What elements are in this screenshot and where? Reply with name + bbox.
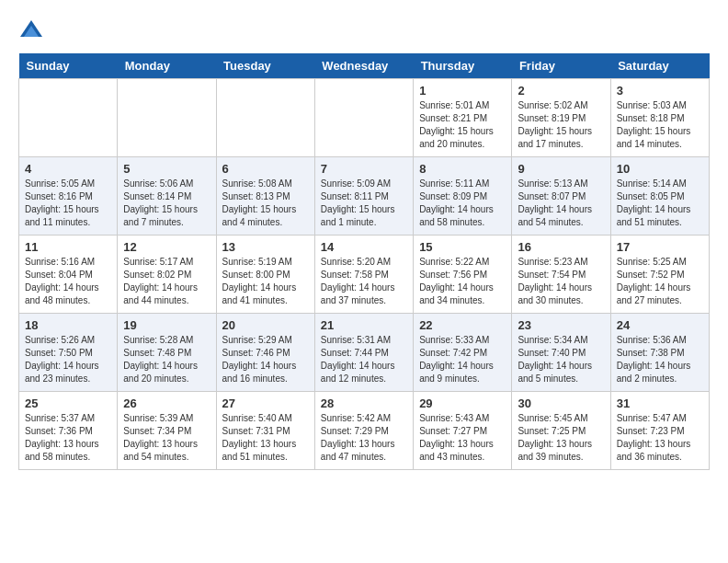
calendar-cell: 15Sunrise: 5:22 AMSunset: 7:56 PMDayligh… (414, 236, 512, 314)
day-number: 4 (25, 162, 111, 176)
day-header-row: SundayMondayTuesdayWednesdayThursdayFrid… (19, 53, 710, 79)
calendar-cell: 21Sunrise: 5:31 AMSunset: 7:44 PMDayligh… (314, 314, 413, 392)
cell-info: Sunrise: 5:14 AMSunset: 8:05 PMDaylight:… (617, 178, 703, 229)
day-number: 23 (518, 318, 604, 332)
day-number: 7 (321, 162, 407, 176)
calendar-cell (118, 79, 216, 157)
day-number: 9 (518, 162, 604, 176)
cell-info: Sunrise: 5:17 AMSunset: 8:02 PMDaylight:… (123, 256, 210, 307)
logo-icon (18, 18, 44, 44)
calendar-cell: 16Sunrise: 5:23 AMSunset: 7:54 PMDayligh… (512, 236, 610, 314)
cell-info: Sunrise: 5:28 AMSunset: 7:48 PMDaylight:… (123, 334, 210, 385)
calendar-cell: 23Sunrise: 5:34 AMSunset: 7:40 PMDayligh… (512, 314, 610, 392)
day-number: 17 (617, 240, 703, 254)
cell-info: Sunrise: 5:33 AMSunset: 7:42 PMDaylight:… (419, 334, 506, 385)
cell-info: Sunrise: 5:36 AMSunset: 7:38 PMDaylight:… (617, 334, 703, 385)
calendar-cell: 8Sunrise: 5:11 AMSunset: 8:09 PMDaylight… (414, 157, 512, 236)
cell-info: Sunrise: 5:37 AMSunset: 7:36 PMDaylight:… (25, 412, 111, 464)
day-number: 13 (222, 240, 309, 254)
cell-info: Sunrise: 5:22 AMSunset: 7:56 PMDaylight:… (419, 256, 506, 307)
day-number: 26 (123, 396, 210, 410)
calendar-cell: 22Sunrise: 5:33 AMSunset: 7:42 PMDayligh… (414, 314, 512, 392)
calendar-cell: 28Sunrise: 5:42 AMSunset: 7:29 PMDayligh… (314, 392, 413, 470)
day-number: 18 (25, 318, 111, 332)
day-number: 27 (222, 396, 309, 410)
calendar-cell: 2Sunrise: 5:02 AMSunset: 8:19 PMDaylight… (512, 79, 610, 157)
calendar-cell (314, 79, 413, 157)
calendar-cell (216, 79, 314, 157)
calendar-cell: 31Sunrise: 5:47 AMSunset: 7:23 PMDayligh… (610, 392, 709, 470)
calendar-cell: 27Sunrise: 5:40 AMSunset: 7:31 PMDayligh… (216, 392, 314, 470)
cell-info: Sunrise: 5:06 AMSunset: 8:14 PMDaylight:… (123, 178, 210, 229)
day-number: 15 (419, 240, 506, 254)
cell-info: Sunrise: 5:34 AMSunset: 7:40 PMDaylight:… (518, 334, 604, 385)
calendar-cell: 1Sunrise: 5:01 AMSunset: 8:21 PMDaylight… (414, 79, 512, 157)
cell-info: Sunrise: 5:42 AMSunset: 7:29 PMDaylight:… (321, 412, 407, 464)
calendar-cell: 12Sunrise: 5:17 AMSunset: 8:02 PMDayligh… (118, 236, 216, 314)
cell-info: Sunrise: 5:43 AMSunset: 7:27 PMDaylight:… (419, 412, 506, 464)
day-number: 1 (419, 84, 506, 98)
week-row-1: 1Sunrise: 5:01 AMSunset: 8:21 PMDaylight… (19, 79, 710, 157)
calendar-cell: 24Sunrise: 5:36 AMSunset: 7:38 PMDayligh… (610, 314, 709, 392)
cell-info: Sunrise: 5:25 AMSunset: 7:52 PMDaylight:… (617, 256, 703, 307)
cell-info: Sunrise: 5:02 AMSunset: 8:19 PMDaylight:… (518, 99, 604, 151)
cell-info: Sunrise: 5:29 AMSunset: 7:46 PMDaylight:… (222, 334, 309, 385)
day-number: 6 (222, 162, 309, 176)
day-number: 16 (518, 240, 604, 254)
day-number: 22 (419, 318, 506, 332)
day-number: 14 (321, 240, 407, 254)
cell-info: Sunrise: 5:11 AMSunset: 8:09 PMDaylight:… (419, 178, 506, 229)
calendar-cell: 10Sunrise: 5:14 AMSunset: 8:05 PMDayligh… (610, 157, 709, 236)
calendar-cell: 25Sunrise: 5:37 AMSunset: 7:36 PMDayligh… (19, 392, 118, 470)
day-number: 8 (419, 162, 506, 176)
cell-info: Sunrise: 5:39 AMSunset: 7:34 PMDaylight:… (123, 412, 210, 464)
cell-info: Sunrise: 5:31 AMSunset: 7:44 PMDaylight:… (321, 334, 407, 385)
cell-info: Sunrise: 5:23 AMSunset: 7:54 PMDaylight:… (518, 256, 604, 307)
cell-info: Sunrise: 5:45 AMSunset: 7:25 PMDaylight:… (518, 412, 604, 464)
day-number: 5 (123, 162, 210, 176)
calendar-cell: 17Sunrise: 5:25 AMSunset: 7:52 PMDayligh… (610, 236, 709, 314)
cell-info: Sunrise: 5:20 AMSunset: 7:58 PMDaylight:… (321, 256, 407, 307)
day-number: 19 (123, 318, 210, 332)
day-number: 30 (518, 396, 604, 410)
cell-info: Sunrise: 5:19 AMSunset: 8:00 PMDaylight:… (222, 256, 309, 307)
day-number: 25 (25, 396, 111, 410)
calendar-cell: 3Sunrise: 5:03 AMSunset: 8:18 PMDaylight… (610, 79, 709, 157)
cell-info: Sunrise: 5:05 AMSunset: 8:16 PMDaylight:… (25, 178, 111, 229)
calendar-cell: 26Sunrise: 5:39 AMSunset: 7:34 PMDayligh… (118, 392, 216, 470)
page-header (18, 18, 710, 44)
calendar-cell: 11Sunrise: 5:16 AMSunset: 8:04 PMDayligh… (19, 236, 118, 314)
calendar-cell: 5Sunrise: 5:06 AMSunset: 8:14 PMDaylight… (118, 157, 216, 236)
cell-info: Sunrise: 5:16 AMSunset: 8:04 PMDaylight:… (25, 256, 111, 307)
week-row-2: 4Sunrise: 5:05 AMSunset: 8:16 PMDaylight… (19, 157, 710, 236)
day-header-friday: Friday (512, 53, 610, 79)
calendar-cell: 18Sunrise: 5:26 AMSunset: 7:50 PMDayligh… (19, 314, 118, 392)
day-header-monday: Monday (118, 53, 216, 79)
cell-info: Sunrise: 5:26 AMSunset: 7:50 PMDaylight:… (25, 334, 111, 385)
day-number: 29 (419, 396, 506, 410)
calendar-cell: 4Sunrise: 5:05 AMSunset: 8:16 PMDaylight… (19, 157, 118, 236)
cell-info: Sunrise: 5:13 AMSunset: 8:07 PMDaylight:… (518, 178, 604, 229)
day-number: 21 (321, 318, 407, 332)
calendar-cell: 30Sunrise: 5:45 AMSunset: 7:25 PMDayligh… (512, 392, 610, 470)
cell-info: Sunrise: 5:09 AMSunset: 8:11 PMDaylight:… (321, 178, 407, 229)
day-number: 10 (617, 162, 703, 176)
day-number: 11 (25, 240, 111, 254)
cell-info: Sunrise: 5:08 AMSunset: 8:13 PMDaylight:… (222, 178, 309, 229)
calendar-cell: 14Sunrise: 5:20 AMSunset: 7:58 PMDayligh… (314, 236, 413, 314)
day-number: 31 (617, 396, 703, 410)
cell-info: Sunrise: 5:47 AMSunset: 7:23 PMDaylight:… (617, 412, 703, 464)
day-number: 3 (617, 84, 703, 98)
logo (18, 18, 48, 44)
calendar-cell: 6Sunrise: 5:08 AMSunset: 8:13 PMDaylight… (216, 157, 314, 236)
day-number: 12 (123, 240, 210, 254)
calendar-cell: 29Sunrise: 5:43 AMSunset: 7:27 PMDayligh… (414, 392, 512, 470)
week-row-3: 11Sunrise: 5:16 AMSunset: 8:04 PMDayligh… (19, 236, 710, 314)
day-number: 2 (518, 84, 604, 98)
calendar-cell: 13Sunrise: 5:19 AMSunset: 8:00 PMDayligh… (216, 236, 314, 314)
day-header-sunday: Sunday (19, 53, 118, 79)
calendar-cell: 20Sunrise: 5:29 AMSunset: 7:46 PMDayligh… (216, 314, 314, 392)
calendar-cell (19, 79, 118, 157)
cell-info: Sunrise: 5:01 AMSunset: 8:21 PMDaylight:… (419, 99, 506, 151)
day-header-tuesday: Tuesday (216, 53, 314, 79)
